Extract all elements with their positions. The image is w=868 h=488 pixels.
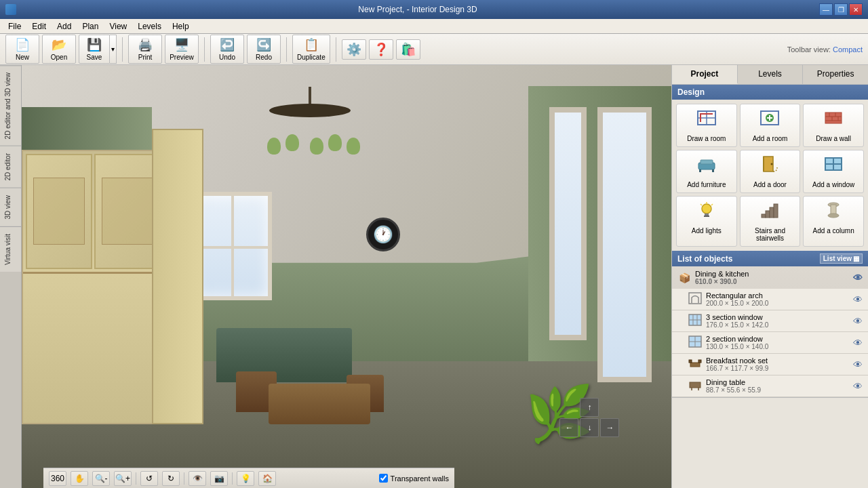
add-furniture-icon	[696, 155, 717, 178]
menu-view[interactable]: View	[104, 20, 132, 33]
nav-arrow-left[interactable]: ←	[559, 418, 578, 437]
print-button[interactable]: 🖨️ Print	[128, 35, 162, 64]
3-section-window-visibility-icon[interactable]: 👁	[853, 316, 863, 327]
navigation-arrows: ↑ ← ↓ →	[559, 398, 619, 437]
svg-rect-25	[705, 214, 709, 216]
menu-file[interactable]: File	[3, 20, 26, 33]
arch-icon	[688, 292, 702, 306]
titlebar-title: New Project, - Interior Design 3D	[16, 5, 819, 14]
preview-button[interactable]: 🖥️ Preview	[165, 35, 199, 64]
menu-help[interactable]: Help	[167, 20, 195, 33]
nav-arrow-right[interactable]: →	[600, 418, 619, 437]
nav-arrow-down[interactable]: ↓	[580, 418, 599, 437]
design-section-header: Design	[672, 85, 868, 100]
2-section-window-dims: 130.0 × 15.0 × 140.0	[706, 343, 849, 350]
transparent-walls-checkbox[interactable]	[379, 474, 388, 483]
design-draw-room[interactable]: Draw a room	[676, 104, 737, 147]
close-button[interactable]: ✕	[849, 3, 863, 16]
object-group-header[interactable]: 📦 Dining & kitchen 610.0 × 390.0 👁	[672, 266, 868, 289]
arch-name: Rectangular arch	[706, 291, 763, 300]
360-view-button[interactable]: 360	[49, 471, 66, 486]
pan-button[interactable]: ✋	[71, 471, 88, 486]
svg-line-29	[711, 204, 713, 205]
object-rectangular-arch[interactable]: Rectangular arch 200.0 × 15.0 × 200.0 👁	[672, 289, 868, 310]
right-panel: Project Levels Properties Design Draw a …	[671, 65, 868, 488]
design-add-room[interactable]: Add a room	[740, 104, 801, 147]
design-add-furniture[interactable]: Add furniture	[676, 150, 737, 193]
svg-rect-7	[825, 113, 842, 123]
undo-button[interactable]: ↩️ Undo	[210, 35, 244, 64]
open-label: Open	[51, 54, 67, 61]
store-button[interactable]: 🛍️	[396, 39, 420, 60]
help-button[interactable]: ❓	[369, 39, 393, 60]
save-button[interactable]: 💾 Save	[79, 35, 110, 64]
design-add-door[interactable]: Add a door	[740, 150, 801, 193]
preview-icon: 🖥️	[174, 37, 189, 52]
breakfast-nook-dims: 166.7 × 117.7 × 99.9	[706, 365, 849, 372]
camera-button[interactable]: 📷	[210, 471, 228, 486]
design-draw-wall[interactable]: Draw a wall	[803, 104, 864, 147]
tab-3d-view[interactable]: 3D view	[0, 188, 21, 226]
open-button[interactable]: 📂 Open	[42, 35, 76, 64]
2-section-window-visibility-icon[interactable]: 👁	[853, 338, 863, 348]
tab-2d-editor[interactable]: 2D editor	[0, 146, 21, 188]
duplicate-label: Duplicate	[297, 54, 326, 61]
add-window-label: Add a window	[812, 181, 854, 188]
app-icon	[5, 4, 16, 15]
viewport[interactable]: 🕐 🌿 ↑	[22, 65, 671, 488]
dining-table-visibility-icon[interactable]: 👁	[853, 381, 863, 392]
list-view-button[interactable]: List view ▦	[820, 253, 863, 264]
group-visibility-icon[interactable]: 👁	[853, 272, 863, 283]
2-section-window-name: 2 section window	[706, 335, 763, 343]
menu-plan[interactable]: Plan	[77, 20, 104, 33]
object-dining-table[interactable]: Dining table 88.7 × 55.6 × 55.9 👁	[672, 375, 868, 397]
design-add-column[interactable]: Add a column	[803, 196, 864, 247]
orbit-button[interactable]: ↺	[140, 471, 158, 486]
dining-table-dims: 88.7 × 55.6 × 55.9	[706, 386, 849, 394]
titlebar-controls[interactable]: — ❒ ✕	[819, 3, 863, 16]
stairs-label: Stairs and stairwells	[743, 227, 797, 242]
add-column-icon	[823, 201, 844, 224]
zoom-out-button[interactable]: 🔍-	[92, 471, 110, 486]
nav-arrow-up[interactable]: ↑	[580, 398, 599, 417]
menu-add[interactable]: Add	[52, 20, 77, 33]
minimize-button[interactable]: —	[819, 3, 833, 16]
duplicate-button[interactable]: 📋 Duplicate	[292, 35, 330, 64]
menu-levels[interactable]: Levels	[132, 20, 167, 33]
transparent-walls-toggle[interactable]: Transparent walls	[379, 474, 449, 483]
redo-button[interactable]: ↪️ Redo	[247, 35, 281, 64]
object-3-section-window[interactable]: 3 section window 176.0 × 15.0 × 142.0 👁	[672, 310, 868, 332]
svg-rect-26	[704, 216, 709, 217]
design-stairs[interactable]: Stairs and stairwells	[740, 196, 801, 247]
look-button[interactable]: 👁️	[189, 471, 206, 486]
light-button[interactable]: 💡	[237, 471, 254, 486]
tab-virtual-visit[interactable]: Virtua visit	[0, 226, 21, 272]
toolbar-sep2	[204, 37, 205, 62]
settings-button[interactable]: ⚙️	[342, 39, 366, 60]
new-button[interactable]: 📄 New	[5, 35, 39, 64]
compact-link[interactable]: Compact	[833, 45, 863, 54]
save-dropdown-button[interactable]: ▾	[110, 35, 117, 64]
save-icon: 💾	[87, 37, 102, 52]
chandelier-body	[269, 104, 351, 117]
breakfast-nook-visibility-icon[interactable]: 👁	[853, 359, 863, 370]
rotate-button[interactable]: ↻	[162, 471, 180, 486]
tab-2d-3d-view[interactable]: 2D editor and 3D view	[0, 65, 21, 146]
arch-visibility-icon[interactable]: 👁	[853, 294, 863, 305]
restore-button[interactable]: ❒	[834, 3, 848, 16]
tab-properties[interactable]: Properties	[803, 65, 868, 84]
home-button[interactable]: 🏠	[258, 471, 276, 486]
svg-rect-32	[770, 207, 774, 218]
undo-label: Undo	[219, 54, 235, 61]
tab-levels[interactable]: Levels	[738, 65, 804, 84]
tab-project[interactable]: Project	[672, 65, 738, 84]
menu-edit[interactable]: Edit	[26, 20, 52, 33]
breakfast-nook-name: Breakfast nook set	[706, 357, 768, 365]
zoom-in-button[interactable]: 🔍+	[114, 471, 132, 486]
design-add-lights[interactable]: Add lights	[676, 196, 737, 247]
object-2-section-window[interactable]: 2 section window 130.0 × 15.0 × 140.0 👁	[672, 332, 868, 354]
redo-label: Redo	[256, 54, 272, 61]
design-add-window[interactable]: Add a window	[803, 150, 864, 193]
3-section-window-info: 3 section window 176.0 × 15.0 × 142.0	[706, 313, 849, 329]
object-breakfast-nook[interactable]: Breakfast nook set 166.7 × 117.7 × 99.9 …	[672, 354, 868, 375]
